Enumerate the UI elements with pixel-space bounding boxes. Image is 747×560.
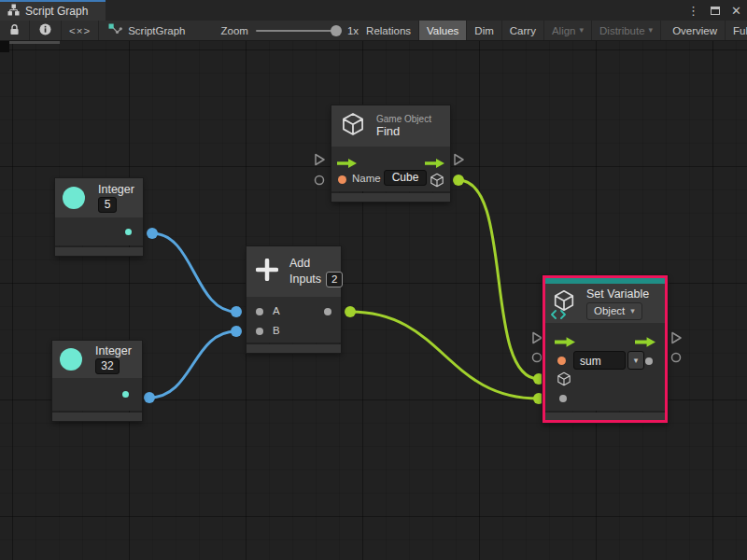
port-setvar-control-out[interactable]: [672, 333, 681, 343]
toolbar-button-group: Relations Values Dim Carry Align ▾ Distr…: [359, 21, 747, 40]
inspect-button[interactable]: [30, 21, 62, 40]
zoom-slider-handle[interactable]: [331, 25, 342, 36]
variable-name-field[interactable]: sum: [573, 351, 626, 370]
info-icon: [39, 23, 51, 37]
setvar-value-input-port[interactable]: [559, 395, 567, 402]
find-name-value-field[interactable]: Cube: [384, 170, 427, 186]
node-title: Add: [289, 257, 343, 270]
integer-value-field[interactable]: 5: [98, 197, 117, 213]
zoom-label: Zoom: [221, 25, 248, 36]
find-name-label: Name: [352, 173, 381, 184]
zoom-control: Zoom 1x: [221, 21, 359, 40]
fullscreen-button[interactable]: Full Screen: [726, 21, 747, 40]
variable-name-control: sum ▾: [573, 351, 644, 370]
relations-button[interactable]: Relations: [359, 21, 419, 40]
node-header: Game Object Find: [331, 105, 450, 147]
node-integer-32[interactable]: Integer 32: [52, 341, 142, 421]
node-game-object-find[interactable]: Game Object Find Name Cube: [331, 105, 450, 202]
inputs-count-field[interactable]: 2: [326, 272, 343, 287]
node-set-variable[interactable]: Set Variable Object ▾ sum: [543, 275, 668, 423]
wire-integer32-to-add-b[interactable]: [149, 331, 236, 398]
node-title: Set Variable: [586, 287, 649, 301]
lock-button[interactable]: [0, 21, 30, 40]
integer-output-port[interactable]: [125, 229, 132, 235]
tab-script-graph[interactable]: Script Graph: [0, 0, 106, 21]
inputs-label: Inputs: [289, 273, 321, 286]
cube-icon: [341, 112, 365, 140]
chevron-down-icon: ▾: [580, 26, 585, 35]
control-out-arrow-icon[interactable]: [425, 155, 444, 172]
port-integer5-output[interactable]: [147, 228, 158, 239]
variable-name-input-port[interactable]: [557, 357, 566, 365]
node-title: Integer: [98, 183, 134, 196]
script-graph-window: Script Graph ⋮ ✕: [0, 0, 747, 560]
integer-output-port[interactable]: [122, 391, 129, 398]
zoom-slider[interactable]: [256, 30, 340, 32]
overview-button[interactable]: Overview: [665, 21, 726, 40]
carry-button[interactable]: Carry: [502, 21, 544, 40]
add-output-port[interactable]: [324, 308, 331, 315]
port-setvar-name-in[interactable]: [533, 354, 542, 362]
port-find-value-in[interactable]: [316, 176, 324, 185]
node-integer-5[interactable]: Integer 5: [55, 178, 143, 256]
add-input-a-label: A: [273, 305, 280, 316]
tab-title: Script Graph: [25, 5, 88, 18]
align-button[interactable]: Align ▾: [544, 21, 592, 40]
chevron-down-icon: ▾: [649, 26, 654, 35]
node-title: Integer: [95, 344, 132, 357]
variable-kind-dropdown[interactable]: Object ▾: [586, 302, 642, 320]
node-title: Find: [376, 124, 431, 138]
add-input-b-port[interactable]: [256, 328, 263, 335]
node-body: sum ▾: [545, 323, 665, 411]
set-variable-icon: [553, 289, 577, 317]
port-setvar-control-in[interactable]: [533, 333, 542, 343]
control-in-arrow-icon[interactable]: [555, 334, 575, 351]
code-icon: <×>: [69, 25, 91, 36]
setvar-object-input-port-icon[interactable]: [557, 371, 571, 390]
maximize-icon[interactable]: [711, 7, 720, 15]
port-add-input-a-ext[interactable]: [231, 306, 242, 317]
close-icon[interactable]: ✕: [731, 5, 741, 17]
node-footer: [247, 344, 341, 353]
wire-add-to-setvariable-value[interactable]: [350, 312, 539, 399]
variable-picker-button[interactable]: ▾: [627, 351, 644, 370]
wire-find-to-setvariable-object[interactable]: [458, 180, 539, 379]
graph-canvas[interactable]: Integer 5 Integer 32: [0, 41, 747, 560]
gameobject-output-port-icon[interactable]: [430, 173, 444, 191]
node-footer: [52, 413, 142, 421]
port-add-output-ext[interactable]: [345, 306, 356, 317]
wire-integer5-to-add-a[interactable]: [152, 233, 236, 312]
node-footer: [331, 193, 450, 202]
node-header: Integer 32: [52, 341, 142, 378]
more-icon[interactable]: ⋮: [687, 5, 699, 17]
node-add[interactable]: Add Inputs 2 A B: [247, 246, 341, 353]
node-header: Add Inputs 2: [247, 246, 341, 297]
integer-value-field[interactable]: 32: [95, 358, 120, 374]
control-out-arrow-icon[interactable]: [635, 334, 655, 351]
graph-name-label: ScriptGraph: [128, 25, 185, 36]
add-icon: [256, 259, 278, 285]
port-find-control-in[interactable]: [316, 155, 324, 165]
port-add-input-b-ext[interactable]: [231, 326, 242, 337]
node-body: [52, 378, 142, 411]
distribute-button[interactable]: Distribute ▾: [592, 21, 661, 40]
graph-toolbar: <×> ScriptGraph Zoom 1x Relations: [0, 21, 747, 41]
node-body: Name Cube: [331, 147, 450, 191]
port-find-control-out[interactable]: [455, 155, 463, 165]
lock-icon: [9, 24, 20, 37]
tab-bar: Script Graph ⋮ ✕: [0, 0, 747, 21]
zoom-value: 1x: [347, 25, 359, 36]
values-button[interactable]: Values: [419, 21, 467, 40]
dim-button[interactable]: Dim: [467, 21, 501, 40]
control-in-arrow-icon[interactable]: [337, 155, 357, 172]
node-subtitle: Game Object: [376, 114, 431, 124]
integer-type-icon: [60, 348, 82, 371]
port-setvar-value-out-ext[interactable]: [672, 354, 681, 362]
port-find-output-ext[interactable]: [453, 175, 464, 186]
find-name-input-port[interactable]: [338, 175, 346, 184]
chevron-down-icon: ▾: [630, 307, 635, 315]
setvar-value-output-port[interactable]: [645, 357, 653, 365]
code-view-button[interactable]: <×>: [62, 21, 99, 40]
port-integer32-output[interactable]: [144, 392, 155, 403]
add-input-a-port[interactable]: [256, 308, 263, 315]
